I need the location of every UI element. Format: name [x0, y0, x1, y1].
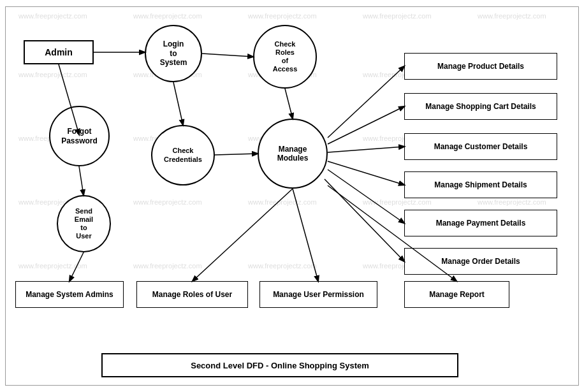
svg-line-11	[328, 161, 404, 185]
svg-line-13	[325, 179, 404, 261]
svg-line-3	[173, 82, 183, 125]
watermark: www.freeprojectz.com	[133, 12, 202, 20]
login-node: Login to System	[145, 25, 202, 82]
svg-line-7	[69, 252, 84, 281]
svg-line-5	[215, 154, 258, 155]
manage-shipment-node: Manage Shipment Details	[404, 171, 557, 198]
watermark: www.freeprojectz.com	[248, 198, 317, 206]
manage-report-node: Manage Report	[404, 281, 509, 308]
manage-customer-node: Manage Customer Details	[404, 133, 557, 160]
admin-node: Admin	[24, 40, 94, 64]
svg-line-14	[193, 189, 293, 281]
manage-modules-node: Manage Modules	[258, 119, 328, 189]
svg-line-12	[328, 170, 404, 223]
check-credentials-node: Check Credentials	[151, 125, 215, 185]
footer-label: Second Level DFD - Online Shopping Syste…	[101, 353, 458, 377]
watermark: www.freeprojectz.com	[18, 12, 87, 20]
check-roles-node: Check Roles of Access	[253, 25, 317, 89]
svg-line-6	[79, 166, 84, 195]
watermark: www.freeprojectz.com	[133, 262, 202, 270]
watermark: www.freeprojectz.com	[478, 12, 546, 20]
svg-line-10	[328, 147, 404, 152]
svg-line-8	[328, 66, 404, 138]
watermark: www.freeprojectz.com	[363, 12, 432, 20]
forgot-password-node: Forgot Password	[49, 106, 110, 166]
manage-product-node: Manage Product Details	[404, 53, 557, 80]
manage-cart-node: Manage Shopping Cart Details	[404, 93, 557, 120]
svg-line-9	[328, 106, 404, 144]
watermark: www.freeprojectz.com	[133, 198, 202, 206]
watermark: www.freeprojectz.com	[478, 198, 546, 206]
manage-permission-node: Manage User Permission	[259, 281, 377, 308]
diagram-area: www.freeprojectz.com www.freeprojectz.co…	[5, 6, 579, 386]
svg-line-4	[285, 89, 293, 119]
svg-line-15	[293, 189, 318, 281]
watermark: www.freeprojectz.com	[248, 12, 317, 20]
watermark: www.freeprojectz.com	[363, 198, 432, 206]
watermark: www.freeprojectz.com	[18, 71, 87, 78]
watermark: www.freeprojectz.com	[248, 262, 317, 270]
send-email-node: Send Email to User	[57, 195, 111, 252]
watermark: www.freeprojectz.com	[18, 262, 87, 270]
manage-sys-admins-node: Manage System Admins	[15, 281, 124, 308]
manage-payment-node: Manage Payment Details	[404, 210, 557, 236]
svg-line-2	[202, 54, 253, 57]
manage-roles-node: Manage Roles of User	[136, 281, 248, 308]
manage-order-node: Manage Order Details	[404, 248, 557, 275]
